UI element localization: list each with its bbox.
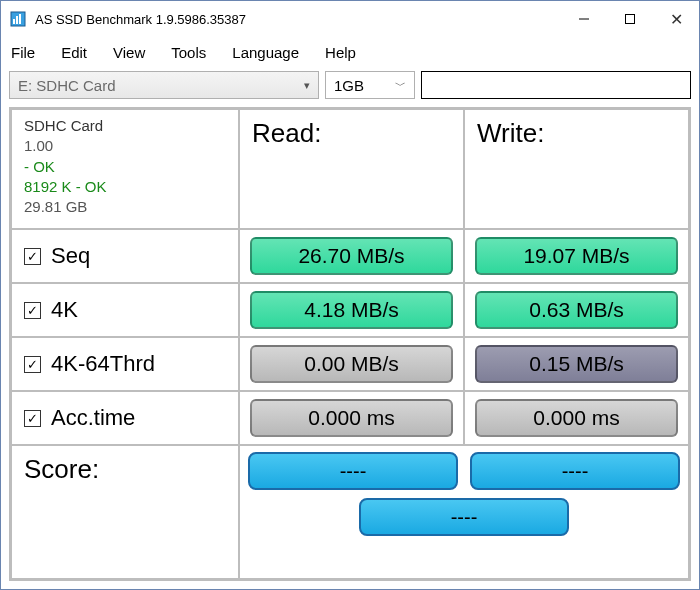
- score-area: ---- ---- ----: [239, 445, 689, 579]
- cell-4k64-write: 0.15 MB/s: [464, 337, 689, 391]
- drive-version: 1.00: [24, 136, 53, 156]
- header-write: Write:: [464, 109, 689, 229]
- content: SDHC Card 1.00 - OK 8192 K - OK 29.81 GB…: [1, 103, 699, 589]
- score-total: ----: [359, 498, 569, 536]
- cell-4k-write: 0.63 MB/s: [464, 283, 689, 337]
- maximize-button[interactable]: [607, 1, 653, 37]
- label-4k: 4K: [51, 297, 78, 323]
- value-acc-read: 0.000 ms: [250, 399, 453, 437]
- drive-select[interactable]: E: SDHC Card ▾: [9, 71, 319, 99]
- value-seq-read: 26.70 MB/s: [250, 237, 453, 275]
- menu-help[interactable]: Help: [325, 44, 356, 61]
- score-write: ----: [470, 452, 680, 490]
- header-read: Read:: [239, 109, 464, 229]
- row-seq-label: ✓ Seq: [11, 229, 239, 283]
- drive-select-value: E: SDHC Card: [18, 77, 116, 94]
- checkbox-seq[interactable]: ✓: [24, 248, 41, 265]
- score-read: ----: [248, 452, 458, 490]
- drive-status-1: - OK: [24, 157, 55, 177]
- value-4k64-read: 0.00 MB/s: [250, 345, 453, 383]
- drive-info: SDHC Card 1.00 - OK 8192 K - OK 29.81 GB: [11, 109, 239, 229]
- svg-rect-5: [626, 15, 635, 24]
- app-window: AS SSD Benchmark 1.9.5986.35387 ✕ File E…: [0, 0, 700, 590]
- cell-acc-read: 0.000 ms: [239, 391, 464, 445]
- size-select-value: 1GB: [334, 77, 364, 94]
- menu-tools[interactable]: Tools: [171, 44, 206, 61]
- score-label: Score:: [11, 445, 239, 579]
- drive-capacity: 29.81 GB: [24, 197, 87, 217]
- cell-seq-read: 26.70 MB/s: [239, 229, 464, 283]
- chevron-down-icon: ▾: [304, 79, 310, 92]
- window-controls: ✕: [561, 1, 699, 37]
- chevron-down-icon: ﹀: [395, 78, 406, 93]
- cell-seq-write: 19.07 MB/s: [464, 229, 689, 283]
- results-grid: SDHC Card 1.00 - OK 8192 K - OK 29.81 GB…: [9, 107, 691, 581]
- row-4k-label: ✓ 4K: [11, 283, 239, 337]
- menu-edit[interactable]: Edit: [61, 44, 87, 61]
- value-acc-write: 0.000 ms: [475, 399, 678, 437]
- checkbox-4k[interactable]: ✓: [24, 302, 41, 319]
- size-select[interactable]: 1GB ﹀: [325, 71, 415, 99]
- menu-file[interactable]: File: [11, 44, 35, 61]
- toolbar: E: SDHC Card ▾ 1GB ﹀: [1, 67, 699, 103]
- label-seq: Seq: [51, 243, 90, 269]
- menu-language[interactable]: Language: [232, 44, 299, 61]
- value-4k64-write: 0.15 MB/s: [475, 345, 678, 383]
- minimize-button[interactable]: [561, 1, 607, 37]
- checkbox-acc[interactable]: ✓: [24, 410, 41, 427]
- svg-rect-3: [19, 14, 21, 24]
- cell-4k-read: 4.18 MB/s: [239, 283, 464, 337]
- text-input[interactable]: [421, 71, 691, 99]
- value-4k-read: 4.18 MB/s: [250, 291, 453, 329]
- cell-acc-write: 0.000 ms: [464, 391, 689, 445]
- menu-view[interactable]: View: [113, 44, 145, 61]
- svg-rect-2: [16, 16, 18, 24]
- label-4k64: 4K-64Thrd: [51, 351, 155, 377]
- close-button[interactable]: ✕: [653, 1, 699, 37]
- label-acc: Acc.time: [51, 405, 135, 431]
- drive-status-2: 8192 K - OK: [24, 177, 107, 197]
- window-title: AS SSD Benchmark 1.9.5986.35387: [35, 12, 561, 27]
- app-icon: [9, 10, 27, 28]
- row-acc-label: ✓ Acc.time: [11, 391, 239, 445]
- row-4k64-label: ✓ 4K-64Thrd: [11, 337, 239, 391]
- svg-rect-1: [13, 19, 15, 24]
- value-4k-write: 0.63 MB/s: [475, 291, 678, 329]
- drive-name: SDHC Card: [24, 116, 103, 136]
- menubar: File Edit View Tools Language Help: [1, 37, 699, 67]
- cell-4k64-read: 0.00 MB/s: [239, 337, 464, 391]
- titlebar: AS SSD Benchmark 1.9.5986.35387 ✕: [1, 1, 699, 37]
- value-seq-write: 19.07 MB/s: [475, 237, 678, 275]
- checkbox-4k64[interactable]: ✓: [24, 356, 41, 373]
